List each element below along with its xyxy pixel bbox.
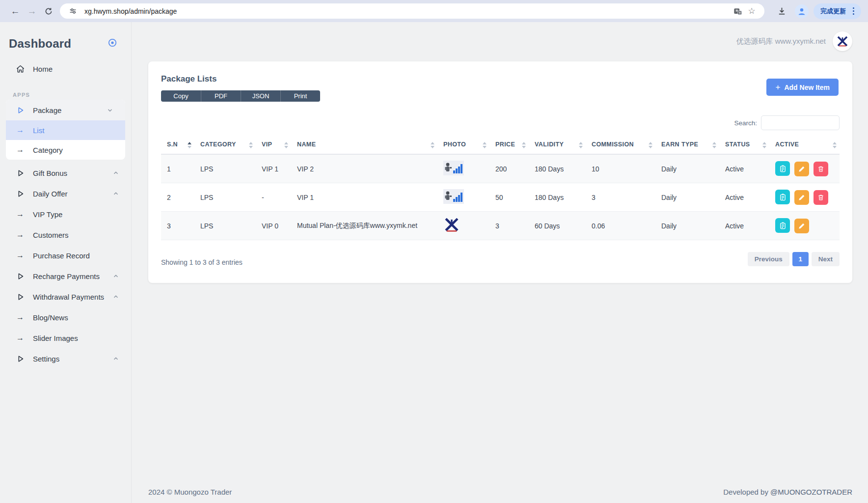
next-page-button[interactable]: Next bbox=[812, 252, 840, 266]
sidebar-item-vip-type[interactable]: → VIP Type bbox=[0, 204, 131, 224]
browser-toolbar: ← → xg.hwym.shop/admin/package ☆ bbox=[0, 0, 868, 22]
view-button[interactable] bbox=[775, 161, 790, 176]
cell-photo bbox=[437, 183, 489, 212]
column-header-price[interactable]: PRICE bbox=[489, 137, 529, 154]
bookmark-star-icon[interactable]: ☆ bbox=[745, 4, 759, 18]
sidebar-item-label: VIP Type bbox=[33, 210, 62, 219]
browser-profile-icon[interactable] bbox=[795, 4, 809, 18]
arrow-right-icon: → bbox=[15, 334, 26, 342]
delete-button[interactable] bbox=[814, 190, 828, 205]
forward-icon[interactable]: → bbox=[24, 3, 40, 20]
arrow-right-icon: → bbox=[15, 210, 26, 219]
sidebar-item-label: Package bbox=[33, 106, 61, 114]
cell-price: 50 bbox=[489, 183, 529, 212]
sidebar-item-label: Withdrawal Payments bbox=[33, 293, 104, 301]
column-header-photo[interactable]: PHOTO bbox=[437, 137, 489, 154]
view-button[interactable] bbox=[775, 218, 790, 233]
sidebar-item-home[interactable]: Home bbox=[0, 58, 131, 79]
search-input[interactable] bbox=[761, 115, 840, 130]
sidebar-item-category[interactable]: → Category bbox=[6, 140, 125, 160]
cell-sn: 3 bbox=[161, 212, 194, 240]
url-text[interactable]: xg.hwym.shop/admin/package bbox=[84, 7, 731, 15]
print-button[interactable]: Print bbox=[280, 90, 320, 102]
site-settings-icon[interactable] bbox=[66, 4, 80, 18]
address-bar[interactable]: xg.hwym.shop/admin/package ☆ bbox=[60, 3, 764, 19]
sidebar-item-purchase-record[interactable]: → Purchase Record bbox=[0, 245, 131, 266]
sidebar-item-label: Slider Images bbox=[33, 334, 78, 342]
sidebar-item-list[interactable]: → List bbox=[6, 120, 125, 140]
chevron-up-icon bbox=[112, 273, 119, 279]
sidebar-section-apps: APPS bbox=[13, 92, 131, 98]
sidebar-title: Dashboard bbox=[9, 37, 71, 51]
cell-commission: 0.06 bbox=[586, 212, 655, 240]
sidebar-pin-icon[interactable] bbox=[108, 38, 117, 50]
column-header-active[interactable]: ACTIVE bbox=[769, 137, 840, 154]
add-new-item-button[interactable]: + Add New Item bbox=[766, 79, 839, 96]
edit-button[interactable] bbox=[794, 190, 809, 205]
sidebar-item-label: Home bbox=[33, 65, 53, 73]
column-header-commission[interactable]: COMMISSION bbox=[586, 137, 655, 154]
chevron-up-icon bbox=[112, 190, 119, 197]
column-header-validity[interactable]: VALIDITY bbox=[529, 137, 586, 154]
cell-photo bbox=[437, 212, 489, 240]
column-header-earn-type[interactable]: EARN TYPE bbox=[655, 137, 719, 154]
sidebar-item-daily-offer[interactable]: Daily Offer bbox=[0, 183, 131, 204]
cell-commission: 10 bbox=[586, 154, 655, 183]
cell-name: Mutual Plan-优选源码库www.yxymk.net bbox=[291, 212, 437, 240]
cell-actions bbox=[769, 154, 840, 183]
cell-status: Active bbox=[719, 212, 769, 240]
cell-name: VIP 1 bbox=[291, 183, 437, 212]
yx-logo-thumbnail bbox=[443, 218, 460, 234]
column-header-sn[interactable]: S.N bbox=[161, 137, 194, 154]
cell-validity: 180 Days bbox=[529, 183, 586, 212]
sidebar-item-slider-images[interactable]: → Slider Images bbox=[0, 328, 131, 348]
translate-icon[interactable] bbox=[731, 4, 745, 18]
play-triangle-icon bbox=[15, 106, 26, 114]
play-triangle-icon bbox=[15, 293, 26, 301]
column-header-status[interactable]: STATUS bbox=[719, 137, 769, 154]
chrome-update-button[interactable]: 完成更新 bbox=[814, 3, 861, 19]
delete-button[interactable] bbox=[814, 162, 828, 176]
sidebar-item-package[interactable]: Package bbox=[6, 100, 125, 120]
sidebar-item-settings[interactable]: Settings bbox=[0, 348, 131, 369]
json-button[interactable]: JSON bbox=[241, 90, 280, 102]
back-icon[interactable]: ← bbox=[7, 3, 24, 20]
column-header-category[interactable]: CATEGORY bbox=[194, 137, 256, 154]
cell-category: LPS bbox=[194, 154, 256, 183]
download-icon[interactable] bbox=[773, 3, 790, 20]
play-triangle-icon bbox=[15, 272, 26, 280]
pdf-button[interactable]: PDF bbox=[201, 90, 241, 102]
cell-price: 3 bbox=[489, 212, 529, 240]
page-1-button[interactable]: 1 bbox=[792, 252, 809, 266]
developer-handle[interactable]: @MUONGOZOTRADER bbox=[770, 488, 852, 496]
cell-status: Active bbox=[719, 183, 769, 212]
edit-button[interactable] bbox=[794, 162, 809, 176]
page-title: Package Lists bbox=[161, 74, 840, 84]
sidebar-item-blog-news[interactable]: → Blog/News bbox=[0, 307, 131, 328]
sidebar-item-label: Customers bbox=[33, 231, 69, 239]
cell-category: LPS bbox=[194, 212, 256, 240]
sidebar-item-label: Purchase Record bbox=[33, 252, 90, 260]
add-new-item-label: Add New Item bbox=[784, 84, 830, 91]
arrow-right-icon: → bbox=[15, 230, 26, 239]
user-avatar[interactable] bbox=[833, 31, 852, 51]
sidebar-item-customers[interactable]: → Customers bbox=[0, 224, 131, 245]
sidebar-item-recharge-payments[interactable]: Recharge Payments bbox=[0, 266, 131, 286]
previous-page-button[interactable]: Previous bbox=[748, 252, 789, 266]
table-row: 1 LPS VIP 1 VIP 2 bbox=[161, 154, 840, 183]
browser-menu-icon[interactable] bbox=[850, 5, 857, 17]
column-header-vip[interactable]: VIP bbox=[256, 137, 291, 154]
edit-button[interactable] bbox=[794, 219, 809, 233]
cell-vip: - bbox=[256, 183, 291, 212]
copy-button[interactable]: Copy bbox=[161, 90, 201, 102]
chevron-down-icon bbox=[107, 107, 113, 113]
arrow-right-icon: → bbox=[15, 251, 26, 260]
arrow-right-icon: → bbox=[15, 126, 26, 135]
sidebar-item-label: Gift Bonus bbox=[33, 169, 67, 177]
sidebar-item-gift-bonus[interactable]: Gift Bonus bbox=[0, 163, 131, 183]
view-button[interactable] bbox=[775, 190, 790, 204]
reload-icon[interactable] bbox=[40, 3, 57, 20]
sidebar: Dashboard Home APPS Package bbox=[0, 22, 132, 503]
column-header-name[interactable]: NAME bbox=[291, 137, 437, 154]
sidebar-item-withdrawal-payments[interactable]: Withdrawal Payments bbox=[0, 286, 131, 307]
